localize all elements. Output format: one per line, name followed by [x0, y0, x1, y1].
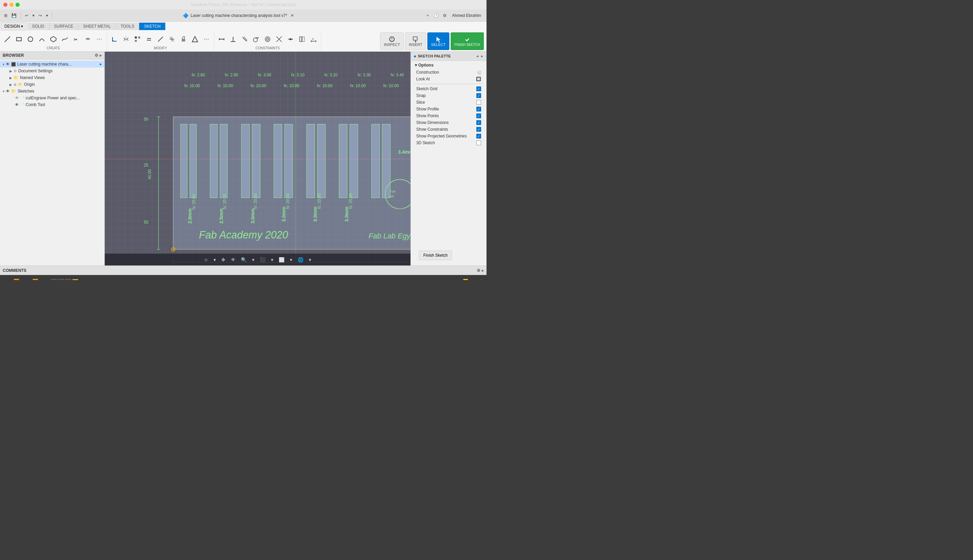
tab-sketch[interactable]: SKETCH — [139, 23, 165, 30]
concentric-constraint[interactable] — [262, 34, 273, 45]
browser-sketch-cutengrave[interactable]: 👁 📄 cutEngrave Power and spec... — [0, 95, 104, 101]
comments-settings-icon[interactable]: ⚙ — [477, 268, 481, 273]
more-create-tools[interactable]: ⋯ — [94, 34, 105, 45]
tl-icon-3[interactable] — [65, 279, 71, 280]
browser-origin[interactable]: ▶ ⊕ 📁 Origin — [0, 81, 104, 88]
offset-tool[interactable] — [82, 34, 93, 45]
browser-root-item[interactable]: ▾ 👁 ⬛ Laser cutting machine chara... ● — [0, 61, 104, 68]
insert-button[interactable]: INSERT — [405, 32, 426, 50]
coincident-constraint[interactable] — [274, 34, 284, 45]
viewport[interactable]: fx: 2.80 fx: 2.90 fx: 3.00 fx: 3.10 fx: … — [105, 52, 486, 265]
browser-named-views[interactable]: ▶ 📁 Named Views — [0, 74, 104, 81]
browser-collapse-icon[interactable]: ▸ — [100, 53, 102, 58]
arc-tool[interactable] — [37, 34, 47, 45]
orbit-btn[interactable]: ▾ — [212, 256, 218, 263]
env-btn[interactable]: 🌐 — [295, 256, 305, 263]
slice-checkbox[interactable] — [476, 100, 481, 105]
spline-tool[interactable] — [60, 34, 70, 45]
rectangle-tool[interactable] — [13, 34, 24, 45]
view-btn[interactable]: ⊹ — [202, 256, 210, 263]
tab-tools[interactable]: TOOLS — [116, 23, 139, 30]
pattern-tool[interactable] — [132, 34, 143, 45]
grid-button[interactable]: ⊞ — [3, 12, 9, 18]
render-btn[interactable]: ⬜ — [277, 256, 287, 263]
trim-tool[interactable]: ✂ — [71, 34, 82, 45]
perpendicular-constraint[interactable] — [228, 34, 239, 45]
tab-sheet-metal[interactable]: SHEET METAL — [78, 23, 116, 30]
look-btn[interactable]: 👁 — [229, 256, 237, 263]
mirror-tool[interactable] — [120, 34, 132, 45]
more-modify-tools[interactable]: ⋯ — [201, 34, 212, 45]
pan-btn[interactable]: ✥ — [219, 256, 227, 263]
undo-dropdown[interactable]: ▾ — [31, 12, 36, 18]
palette-row-construction[interactable]: Construction ◱ — [415, 69, 482, 76]
zoom-btn[interactable]: 🔍 — [239, 256, 249, 263]
palette-expand-icon[interactable]: ▸ — [481, 53, 484, 59]
lock-tool[interactable] — [178, 34, 189, 45]
browser-sketches[interactable]: ▾ 👁 📁 Sketches — [0, 88, 104, 95]
tab-surface[interactable]: SURFACE — [49, 23, 78, 30]
maximize-button[interactable] — [15, 3, 20, 7]
finish-sketch-ribbon-button[interactable]: FINISH SKETCH — [451, 32, 484, 50]
palette-row-slice[interactable]: Slice — [415, 99, 482, 106]
fillet-tool[interactable] — [109, 34, 120, 45]
eye-icon3[interactable]: 👁 — [15, 96, 19, 100]
palette-row-showprofile[interactable]: Show Profile — [415, 106, 482, 112]
palette-collapse-icon[interactable]: ◂ — [476, 53, 479, 59]
sketchgrid-checkbox[interactable] — [476, 87, 481, 91]
tl-first-button[interactable]: ⏮ — [3, 278, 10, 280]
display-btn[interactable]: ⬛ — [258, 256, 267, 263]
render-dropdown[interactable]: ▾ — [288, 256, 294, 263]
snap-checkbox[interactable] — [476, 93, 481, 98]
options-section-header[interactable]: ▾ Options — [415, 63, 482, 68]
showpoints-checkbox[interactable] — [476, 113, 481, 118]
cross-tool[interactable] — [167, 34, 177, 45]
history-button[interactable]: 🕐 — [432, 12, 440, 18]
parallel-constraint[interactable] — [239, 34, 250, 45]
save-button[interactable]: 💾 — [10, 12, 18, 18]
3dsketch-checkbox[interactable] — [476, 140, 481, 145]
palette-row-showconstraints[interactable]: Show Constraints — [415, 126, 482, 133]
midpoint-constraint[interactable] — [285, 34, 296, 45]
palette-row-sketchgrid[interactable]: Sketch Grid — [415, 85, 482, 92]
palette-row-showdimensions[interactable]: Show Dimensions — [415, 119, 482, 126]
tl-icon-2[interactable] — [58, 279, 64, 280]
finish-sketch-palette-button[interactable]: Finish Sketch — [419, 251, 452, 260]
tangent-constraint[interactable] — [251, 34, 262, 45]
showdimensions-checkbox[interactable] — [476, 120, 481, 125]
browser-settings-icon[interactable]: ⚙ — [95, 53, 98, 58]
showconstraints-checkbox[interactable] — [476, 127, 481, 132]
tl-next-button[interactable]: ⏩ — [31, 278, 40, 280]
tl-icon-4[interactable] — [72, 279, 78, 280]
env-dropdown[interactable]: ▾ — [307, 256, 313, 263]
eye-icon2[interactable]: 👁 — [6, 89, 10, 93]
triangle-tool[interactable] — [190, 34, 200, 45]
minimize-button[interactable] — [10, 3, 13, 7]
equal-tool[interactable] — [144, 34, 154, 45]
palette-row-snap[interactable]: Snap — [415, 92, 482, 99]
line-tool[interactable] — [2, 34, 13, 45]
showprojected-checkbox[interactable] — [476, 134, 481, 138]
inspect-button[interactable]: INSPECT — [380, 32, 404, 50]
diagonal-tool[interactable] — [155, 34, 166, 45]
comments-collapse-icon[interactable]: ▸ — [482, 268, 484, 273]
tl-play-button[interactable]: ▶ — [23, 278, 29, 280]
design-button[interactable]: DESIGN ▾ — [1, 22, 27, 30]
browser-sketch-comb[interactable]: 👁 📄 Comb Tool — [0, 101, 104, 108]
timeline-thumb[interactable] — [463, 279, 468, 280]
circle-tool[interactable] — [25, 34, 36, 45]
palette-row-showpoints[interactable]: Show Points — [415, 112, 482, 119]
palette-row-lookat[interactable]: Look At 🔲 — [415, 76, 482, 82]
dimension-tool[interactable]: D — [308, 34, 319, 45]
undo-button[interactable]: ↩ — [23, 12, 30, 18]
close-button[interactable] — [3, 3, 7, 7]
tl-prev-button[interactable]: ⏪ — [12, 278, 21, 280]
add-doc-button[interactable]: ＋ — [424, 12, 431, 19]
polygon-tool[interactable] — [48, 34, 59, 45]
eye-icon4[interactable]: 👁 — [15, 102, 19, 107]
tl-icon-1[interactable] — [51, 279, 57, 280]
browser-doc-settings[interactable]: ▶ ⚙ Document Settings — [0, 68, 104, 74]
redo-dropdown[interactable]: ▾ — [45, 12, 49, 18]
showprofile-checkbox[interactable] — [476, 107, 481, 112]
settings-button[interactable]: ⚙ — [442, 12, 448, 18]
